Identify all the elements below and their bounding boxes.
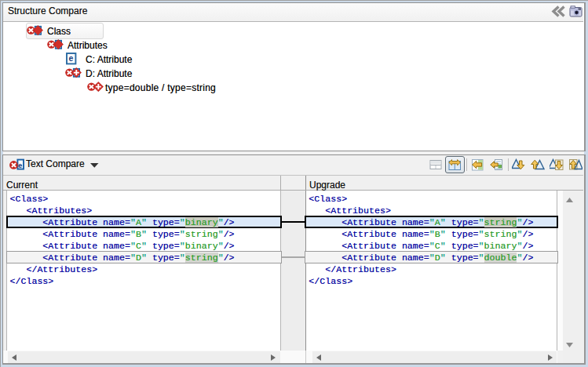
svg-text:e: e bbox=[18, 161, 22, 169]
svg-text:e: e bbox=[69, 53, 74, 63]
